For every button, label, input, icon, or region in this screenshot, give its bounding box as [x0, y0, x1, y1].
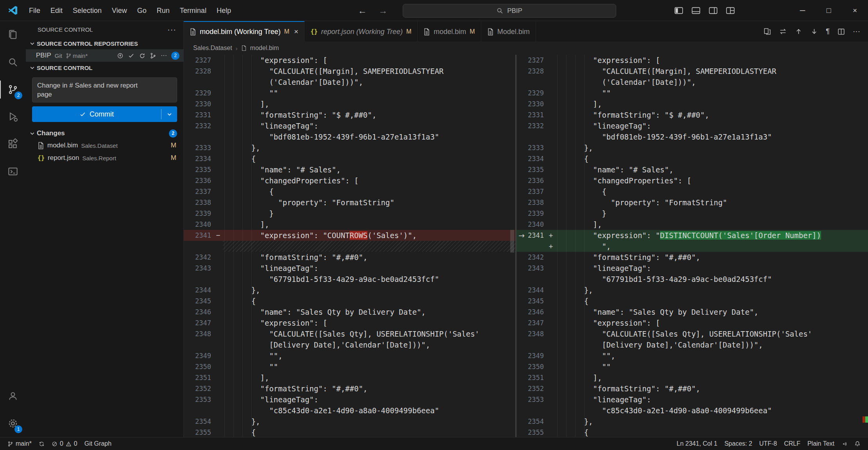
- code-line[interactable]: 2341+ "expression": "DISTINCTCOUNT('Sale…: [516, 230, 868, 241]
- more-actions-icon[interactable]: ···: [853, 27, 860, 36]
- code-line[interactable]: 2342 "formatString": "#,##0",: [516, 252, 868, 263]
- code-line[interactable]: 2338 "property": "FormatString": [184, 197, 515, 208]
- previous-change-icon[interactable]: [794, 27, 803, 36]
- open-changes-icon[interactable]: [763, 27, 771, 36]
- code-line[interactable]: 2337 {: [184, 186, 515, 197]
- code-line[interactable]: 2339 }: [184, 208, 515, 219]
- split-editor-icon[interactable]: [837, 27, 845, 36]
- editor-tab[interactable]: model.bim (Working Tree)M×: [184, 21, 305, 41]
- scrollbar-slider[interactable]: [510, 230, 514, 253]
- code-line[interactable]: 2332 "lineageTag":: [184, 120, 515, 131]
- code-line[interactable]: "bdf081eb-1952-439f-96b1-a27e1a13f1a3": [516, 131, 868, 142]
- code-line[interactable]: 2348 "CALCULATE([Sales Qty], USERELATION…: [516, 328, 868, 339]
- repo-more-icon[interactable]: ···: [161, 52, 167, 59]
- code-line[interactable]: 2351 ],: [516, 372, 868, 383]
- code-line[interactable]: 2348 "CALCULATE([Sales Qty], USERELATION…: [184, 328, 515, 339]
- go-back-icon[interactable]: ←: [358, 5, 367, 16]
- code-line[interactable]: 2342 "formatString": "#,##0",: [184, 252, 515, 263]
- source-control-icon[interactable]: 2: [0, 76, 26, 103]
- command-center-search[interactable]: PBIP: [403, 4, 616, 18]
- code-line[interactable]: 2347 "expression": [: [184, 317, 515, 328]
- status-indentation[interactable]: Spaces: 2: [721, 437, 756, 450]
- code-line[interactable]: 2335 "name": "# Sales",: [184, 164, 515, 175]
- status-cursor-position[interactable]: Ln 2341, Col 1: [673, 437, 721, 450]
- repo-row-pbip[interactable]: PBIP Git main*: [26, 49, 183, 62]
- code-line[interactable]: 2328 "CALCULATE([Margin], SAMEPERIODLAST…: [184, 66, 515, 77]
- status-sync[interactable]: [35, 437, 48, 450]
- menu-help[interactable]: Help: [212, 4, 236, 18]
- code-line[interactable]: 2341− "expression": "COUNTROWS('Sales')"…: [184, 230, 515, 241]
- code-line[interactable]: 2352 "formatString": "#,##0",: [184, 383, 515, 394]
- code-line[interactable]: 2343 "lineageTag":: [184, 263, 515, 274]
- code-line[interactable]: "c85c43d0-a2e1-4d90-a8a0-4009499b6eea": [516, 405, 868, 416]
- code-line[interactable]: 2340 ],: [516, 219, 868, 230]
- code-line[interactable]: 2329 "": [184, 88, 515, 99]
- maximize-button[interactable]: □: [816, 0, 842, 21]
- code-line[interactable]: 2343 "lineageTag":: [516, 263, 868, 274]
- breadcrumb-dataset[interactable]: Sales.Dataset: [193, 45, 232, 52]
- code-line[interactable]: 2352 "formatString": "#,##0",: [516, 383, 868, 394]
- code-line[interactable]: 2336 "changedProperties": [: [516, 175, 868, 186]
- code-line[interactable]: 2351 ],: [184, 372, 515, 383]
- refresh-icon[interactable]: [139, 52, 145, 59]
- editor-tab[interactable]: {}report.json (Working Tree)M: [305, 21, 418, 41]
- changes-section-header[interactable]: Changes 2: [26, 127, 183, 139]
- breadcrumb-file[interactable]: model.bim: [250, 45, 279, 52]
- code-line[interactable]: [Delivery Date],'Calendar'[Date]))",: [516, 339, 868, 350]
- accounts-icon[interactable]: [0, 382, 26, 410]
- swap-sides-icon[interactable]: [779, 27, 787, 36]
- code-line[interactable]: 2336 "changedProperties": [: [184, 175, 515, 186]
- close-window-button[interactable]: ×: [842, 0, 868, 21]
- code-line[interactable]: 2337 {: [516, 186, 868, 197]
- menu-file[interactable]: File: [24, 4, 45, 18]
- code-line[interactable]: 2339 }: [516, 208, 868, 219]
- code-line[interactable]: 2338 "property": "FormatString": [516, 197, 868, 208]
- customize-layout-icon[interactable]: [726, 6, 735, 15]
- code-line[interactable]: 2349 "",: [516, 350, 868, 361]
- extensions-icon[interactable]: [0, 131, 26, 158]
- commit-button[interactable]: Commit: [32, 106, 177, 122]
- change-row[interactable]: model.bimSales.DatasetM: [26, 139, 183, 152]
- code-line[interactable]: 2330 ],: [184, 99, 515, 109]
- code-line[interactable]: 2344 },: [516, 285, 868, 296]
- code-line[interactable]: 2331 "formatString": "$ #,##0",: [516, 109, 868, 120]
- minimize-button[interactable]: ─: [789, 0, 816, 21]
- code-line[interactable]: 2350 "": [516, 361, 868, 372]
- toggle-primary-sidebar-icon[interactable]: [674, 6, 683, 15]
- next-change-icon[interactable]: [810, 27, 818, 36]
- code-line[interactable]: 2345 {: [184, 296, 515, 307]
- code-line[interactable]: 2353 "lineageTag":: [184, 394, 515, 405]
- code-line[interactable]: 2349 "",: [184, 350, 515, 361]
- code-line[interactable]: 2355 {: [516, 427, 868, 437]
- code-line[interactable]: 2332 "lineageTag":: [516, 120, 868, 131]
- code-line[interactable]: 2330 ],: [516, 99, 868, 109]
- code-line[interactable]: 2328 "CALCULATE([Margin], SAMEPERIODLAST…: [516, 66, 868, 77]
- change-row[interactable]: {}report.jsonSales.ReportM: [26, 152, 183, 164]
- code-line[interactable]: 2354 },: [184, 416, 515, 427]
- menu-go[interactable]: Go: [132, 4, 152, 18]
- code-line[interactable]: 2355 {: [184, 427, 515, 437]
- code-line[interactable]: 2344 },: [184, 285, 515, 296]
- publish-icon[interactable]: [117, 52, 124, 59]
- toggle-panel-icon[interactable]: [691, 6, 701, 15]
- code-line[interactable]: 2329 "": [516, 88, 868, 99]
- code-line[interactable]: 2327 "expression": [: [184, 55, 515, 66]
- section-repositories[interactable]: SOURCE CONTROL REPOSITORIES: [26, 38, 183, 49]
- code-line[interactable]: 2350 "": [184, 361, 515, 372]
- code-line[interactable]: 2334 {: [516, 153, 868, 164]
- section-source-control[interactable]: SOURCE CONTROL: [26, 62, 183, 74]
- code-line[interactable]: 2333 },: [184, 142, 515, 153]
- code-line[interactable]: ('Calendar'[Date]))",: [516, 77, 868, 88]
- notifications-bell-icon[interactable]: [851, 437, 864, 450]
- explorer-icon[interactable]: [0, 21, 26, 48]
- code-line[interactable]: 2346 "name": "Sales Qty by Delivery Date…: [516, 307, 868, 317]
- code-line[interactable]: "c85c43d0-a2e1-4d90-a8a0-4009499b6eea": [184, 405, 515, 416]
- code-line[interactable]: "bdf081eb-1952-439f-96b1-a27e1a13f1a3": [184, 131, 515, 142]
- commit-check-icon[interactable]: [128, 52, 135, 59]
- editor-tab[interactable]: Model.bim: [481, 21, 536, 41]
- commit-dropdown-button[interactable]: [161, 106, 177, 122]
- code-line[interactable]: ('Calendar'[Date]))",: [184, 77, 515, 88]
- code-line[interactable]: [Delivery Date],'Calendar'[Date]))",: [184, 339, 515, 350]
- go-forward-icon[interactable]: →: [378, 5, 387, 16]
- code-line[interactable]: "67791bd1-5f33-4a29-a9ac-be0ad2453fcf": [516, 274, 868, 285]
